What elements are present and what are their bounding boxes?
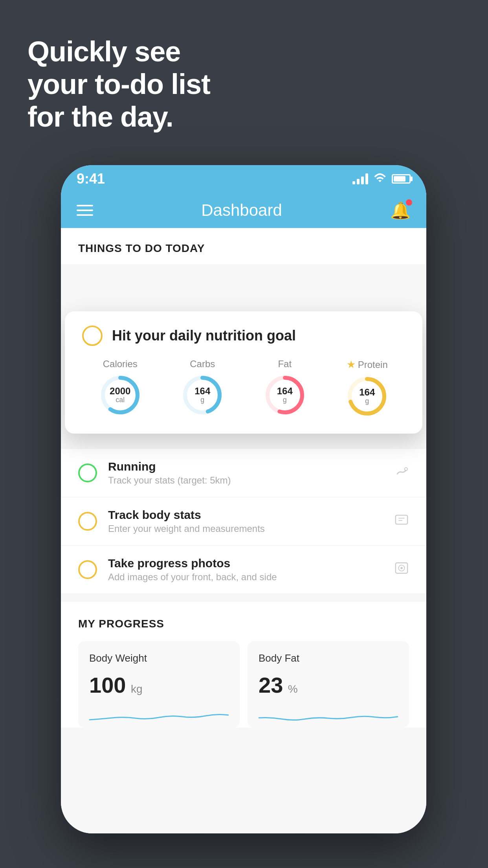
photos-checkbox[interactable] bbox=[78, 560, 97, 579]
carbs-label: Carbs bbox=[190, 359, 215, 370]
todo-running[interactable]: Running Track your stats (target: 5km) bbox=[61, 449, 426, 497]
photos-name: Take progress photos bbox=[108, 557, 383, 570]
status-icons bbox=[352, 172, 411, 186]
todo-list: Running Track your stats (target: 5km) T… bbox=[61, 449, 426, 594]
nutrition-calories: Calories 2000 cal bbox=[82, 359, 158, 418]
nutrition-title: Hit your daily nutrition goal bbox=[112, 327, 296, 344]
notification-dot bbox=[406, 199, 412, 206]
status-time: 9:41 bbox=[77, 171, 105, 187]
carbs-unit: g bbox=[194, 396, 210, 404]
app-header: Dashboard 🔔 bbox=[61, 193, 426, 228]
body-weight-unit: kg bbox=[131, 683, 143, 695]
headline: Quickly see your to-do list for the day. bbox=[28, 35, 210, 133]
nutrition-fat: Fat 164 g bbox=[247, 359, 323, 418]
status-bar: 9:41 bbox=[61, 165, 426, 193]
nutrition-card: Hit your daily nutrition goal Calories bbox=[65, 311, 422, 434]
body-fat-unit: % bbox=[288, 683, 298, 695]
things-section-title: THINGS TO DO TODAY bbox=[78, 242, 409, 255]
phone-content: THINGS TO DO TODAY Hit your daily nutrit… bbox=[61, 228, 426, 833]
photos-text: Take progress photos Add images of your … bbox=[108, 557, 383, 583]
body-fat-card: Body Fat 23 % bbox=[248, 641, 409, 728]
phone-frame: 9:41 Da bbox=[61, 165, 426, 833]
body-stats-desc: Enter your weight and measurements bbox=[108, 523, 383, 534]
body-weight-value: 100 bbox=[89, 673, 126, 697]
body-weight-chart bbox=[89, 704, 229, 728]
card-header: Hit your daily nutrition goal bbox=[82, 326, 405, 346]
fat-ring: 164 g bbox=[263, 373, 306, 417]
protein-star-icon: ★ bbox=[347, 359, 356, 371]
body-stats-text: Track body stats Enter your weight and m… bbox=[108, 508, 383, 534]
wifi-icon bbox=[374, 172, 386, 186]
body-stats-icon bbox=[394, 512, 409, 531]
photos-desc: Add images of your front, back, and side bbox=[108, 572, 383, 583]
header-title: Dashboard bbox=[201, 201, 282, 220]
svg-point-14 bbox=[400, 567, 403, 569]
nutrition-carbs: Carbs 164 g bbox=[165, 359, 241, 418]
progress-section-title: MY PROGRESS bbox=[78, 618, 409, 630]
protein-label: Protein bbox=[358, 359, 388, 370]
carbs-ring: 164 g bbox=[181, 373, 224, 417]
photos-icon bbox=[394, 561, 409, 579]
carbs-value: 164 bbox=[194, 386, 210, 396]
calories-label: Calories bbox=[103, 359, 138, 370]
nutrition-grid: Calories 2000 cal bbox=[82, 359, 405, 418]
protein-value: 164 bbox=[359, 387, 375, 397]
body-fat-title: Body Fat bbox=[259, 652, 398, 664]
todo-body-stats[interactable]: Track body stats Enter your weight and m… bbox=[61, 497, 426, 546]
fat-label: Fat bbox=[278, 359, 292, 370]
body-stats-checkbox[interactable] bbox=[78, 512, 97, 531]
todo-photos[interactable]: Take progress photos Add images of your … bbox=[61, 546, 426, 594]
hamburger-icon[interactable] bbox=[77, 205, 93, 216]
signal-icon bbox=[352, 173, 368, 184]
progress-grid: Body Weight 100 kg Body Fat 23 bbox=[78, 641, 409, 728]
progress-section: MY PROGRESS Body Weight 100 kg Body bbox=[61, 602, 426, 728]
body-weight-card: Body Weight 100 kg bbox=[78, 641, 240, 728]
calories-value: 2000 bbox=[110, 386, 130, 396]
things-to-do-section: THINGS TO DO TODAY bbox=[61, 228, 426, 264]
body-fat-chart bbox=[259, 704, 398, 728]
nutrition-checkbox[interactable] bbox=[82, 326, 103, 346]
running-text: Running Track your stats (target: 5km) bbox=[108, 460, 383, 486]
body-fat-value: 23 bbox=[259, 673, 283, 697]
protein-unit: g bbox=[359, 397, 375, 405]
protein-ring: 164 g bbox=[345, 375, 389, 418]
fat-unit: g bbox=[277, 396, 293, 404]
running-checkbox[interactable] bbox=[78, 463, 97, 482]
running-icon bbox=[394, 465, 409, 481]
running-name: Running bbox=[108, 460, 383, 473]
body-weight-title: Body Weight bbox=[89, 652, 229, 664]
calories-ring: 2000 cal bbox=[99, 373, 142, 417]
calories-unit: cal bbox=[110, 396, 130, 404]
running-desc: Track your stats (target: 5km) bbox=[108, 475, 383, 486]
svg-rect-9 bbox=[396, 515, 407, 524]
nutrition-protein: ★ Protein 164 g bbox=[329, 359, 405, 418]
fat-value: 164 bbox=[277, 386, 293, 396]
body-stats-name: Track body stats bbox=[108, 508, 383, 522]
bell-icon[interactable]: 🔔 bbox=[390, 201, 411, 220]
battery-icon bbox=[392, 174, 411, 184]
